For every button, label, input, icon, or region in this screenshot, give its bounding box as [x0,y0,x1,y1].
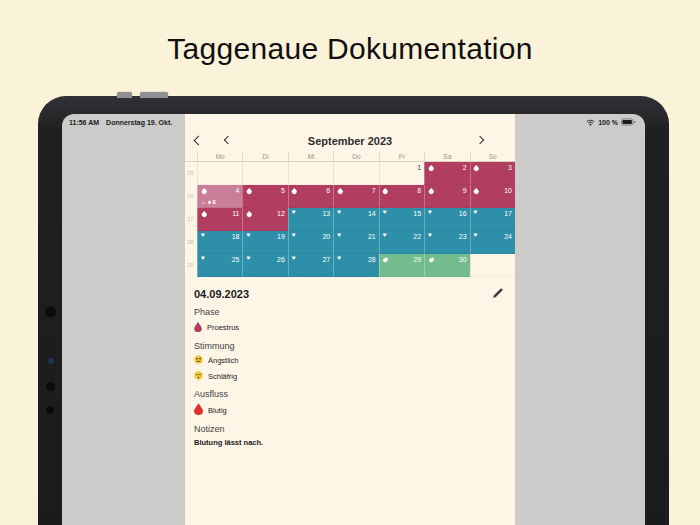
calendar-day-cell[interactable]: ♥27 [288,254,333,277]
app-panel: September 2023 Mo Di Mi Do Fr Sa So 3512… [185,114,515,525]
calendar-day-cell[interactable]: ♥24 [470,231,515,254]
day-number: 13 [322,210,330,217]
week-number: 38 [185,231,197,254]
calendar-day-cell[interactable]: 5 [242,185,287,208]
weekday-label: Sa [424,151,469,161]
detail-date: 04.09.2023 [194,288,249,300]
calendar-day-cell[interactable]: 1 [379,162,424,185]
weekday-label: So [470,151,515,161]
calendar-day-cell[interactable]: 29 [379,254,424,277]
day-number: 8 [417,187,421,194]
calendar-day-cell[interactable]: 30 [424,254,469,277]
month-title: September 2023 [185,135,515,147]
calendar-grid: 35123364☺B5678910371112♥13♥14♥15♥16♥1738… [185,162,515,277]
page-background: Taggenaue Dokumentation 11:56 AM Donners… [0,0,700,525]
day-number: 23 [459,233,467,240]
calendar-day-cell[interactable]: ♥20 [288,231,333,254]
calendar-week-row: 364☺B5678910 [185,185,515,208]
calendar-day-cell[interactable]: 2 [424,162,469,185]
calendar-day-cell[interactable]: ♥28 [333,254,378,277]
calendar-day-cell[interactable]: ♥21 [333,231,378,254]
discharge-icon [207,201,211,205]
week-number: 37 [185,208,197,231]
calendar-day-cell [197,162,242,185]
detail-item: Ängstlich [194,355,503,366]
calendar-day-cell[interactable]: ♥23 [424,231,469,254]
day-number: 17 [504,210,512,217]
day-number: 2 [463,164,467,171]
detail-item-label: Proestrus [207,323,239,332]
blood-drop [194,403,203,417]
proestrus-drop [194,322,202,334]
wifi-icon [586,119,595,126]
calendar-day-cell[interactable]: ♥19 [242,231,287,254]
day-entry-mini-icons: ☺B [201,201,216,206]
anxious-emoji [194,355,203,366]
weekday-label: Mo [197,151,242,161]
heart-icon: ♥ [383,209,387,216]
calendar-week-row: 38♥18♥19♥20♥21♥22♥23♥24 [185,231,515,254]
calendar-day-cell[interactable]: 8 [379,185,424,208]
camera-lens-icon [48,358,54,364]
statusbar-right: 100 % [586,118,636,126]
calendar-day-cell[interactable]: 9 [424,185,469,208]
drop-icon [337,188,343,194]
calendar-day-cell[interactable]: ♥13 [288,208,333,231]
calendar-day-cell[interactable]: ♥18 [197,231,242,254]
weekday-label: Fr [379,151,424,161]
sensor-dot-icon [46,382,55,391]
calendar-week-row: 371112♥13♥14♥15♥16♥17 [185,208,515,231]
weekday-header-row: Mo Di Mi Do Fr Sa So [185,151,515,162]
calendar-day-cell[interactable]: 11 [197,208,242,231]
drop-icon [382,188,388,194]
detail-item-label: Schläfrig [208,372,237,381]
calendar-day-cell[interactable]: ♥17 [470,208,515,231]
statusbar-left: 11:56 AM Donnerstag 19. Okt. [69,119,172,126]
weekday-label: Di [242,151,287,161]
calendar-day-cell[interactable]: ♥22 [379,231,424,254]
detail-sections: PhaseProestrusStimmungÄngstlichSchläfrig… [194,307,503,447]
calendar-day-cell[interactable]: ♥14 [333,208,378,231]
calendar-day-cell[interactable]: ♥16 [424,208,469,231]
heart-icon: ♥ [292,255,296,262]
sleepy-emoji [194,371,203,382]
calendar-week-row: 39♥25♥26♥27♥282930 [185,254,515,277]
drop-icon [201,188,207,194]
ipad-screen: 11:56 AM Donnerstag 19. Okt. 100 % [62,114,645,525]
day-number: 28 [368,256,376,263]
week-number: 36 [185,185,197,208]
calendar-day-cell[interactable]: 10 [470,185,515,208]
calendar-day-cell[interactable]: 6 [288,185,333,208]
calendar-day-cell[interactable]: 3 [470,162,515,185]
detail-section-label: Stimmung [194,341,503,351]
heart-icon: ♥ [428,209,432,216]
day-number: 18 [232,233,240,240]
pencil-icon [492,288,503,299]
calendar-day-cell[interactable]: 12 [242,208,287,231]
heart-icon: ♥ [292,209,296,216]
mood-icon: ☺ [201,201,206,206]
calendar-day-cell[interactable]: ♥15 [379,208,424,231]
calendar-day-cell[interactable]: 7 [333,185,378,208]
day-number: 26 [277,256,285,263]
calendar-week-row: 35123 [185,162,515,185]
day-number: 20 [322,233,330,240]
edit-button[interactable] [492,285,503,303]
detail-item-label: Blutig [208,406,227,415]
calendar-day-cell [470,254,515,277]
detail-item-label: Ängstlich [208,356,238,365]
next-month-chevron-right-icon[interactable] [473,133,487,147]
heart-icon: ♥ [383,232,387,239]
ipad-frame: 11:56 AM Donnerstag 19. Okt. 100 % [38,96,669,525]
day-number: 19 [277,233,285,240]
drop-icon [428,188,434,194]
drop-icon [473,165,479,171]
calendar-day-cell[interactable]: ♥25 [197,254,242,277]
day-number: 25 [232,256,240,263]
day-number: 6 [326,187,330,194]
calendar-day-cell[interactable]: ♥26 [242,254,287,277]
page-title: Taggenaue Dokumentation [0,32,700,66]
detail-section-label: Ausfluss [194,389,503,399]
calendar-day-cell[interactable]: 4☺B [197,185,242,208]
notes-text: Blutung lässt nach. [194,438,503,447]
